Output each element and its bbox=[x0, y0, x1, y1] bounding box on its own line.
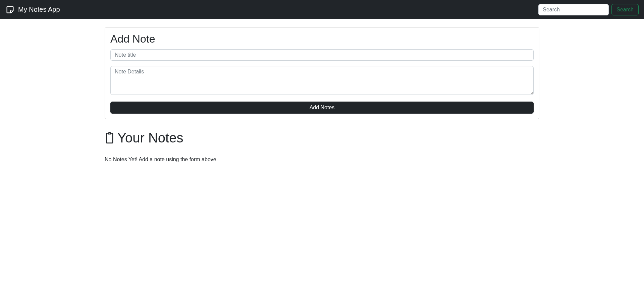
empty-notes-message: No Notes Yet! Add a note using the form … bbox=[105, 157, 539, 163]
add-notes-button[interactable]: Add Notes bbox=[110, 102, 534, 114]
your-notes-heading: Your Notes bbox=[117, 130, 183, 145]
navbar-search-form: Search bbox=[538, 4, 639, 15]
search-input[interactable] bbox=[538, 4, 609, 15]
sticky-note-icon bbox=[5, 5, 15, 14]
your-notes-header: Your Notes bbox=[105, 130, 539, 145]
search-button[interactable]: Search bbox=[611, 4, 639, 15]
note-title-input[interactable] bbox=[110, 49, 534, 61]
divider bbox=[105, 125, 539, 125]
brand-text: My Notes App bbox=[18, 6, 60, 13]
add-note-heading: Add Note bbox=[110, 33, 534, 45]
main-container: Add Note Add Notes Your Notes No Notes Y… bbox=[101, 27, 543, 163]
add-note-card: Add Note Add Notes bbox=[105, 27, 539, 119]
brand[interactable]: My Notes App bbox=[5, 5, 60, 14]
clipboard-icon bbox=[105, 131, 115, 145]
note-details-textarea[interactable] bbox=[110, 66, 534, 95]
divider bbox=[105, 151, 539, 151]
navbar: My Notes App Search bbox=[0, 0, 644, 19]
